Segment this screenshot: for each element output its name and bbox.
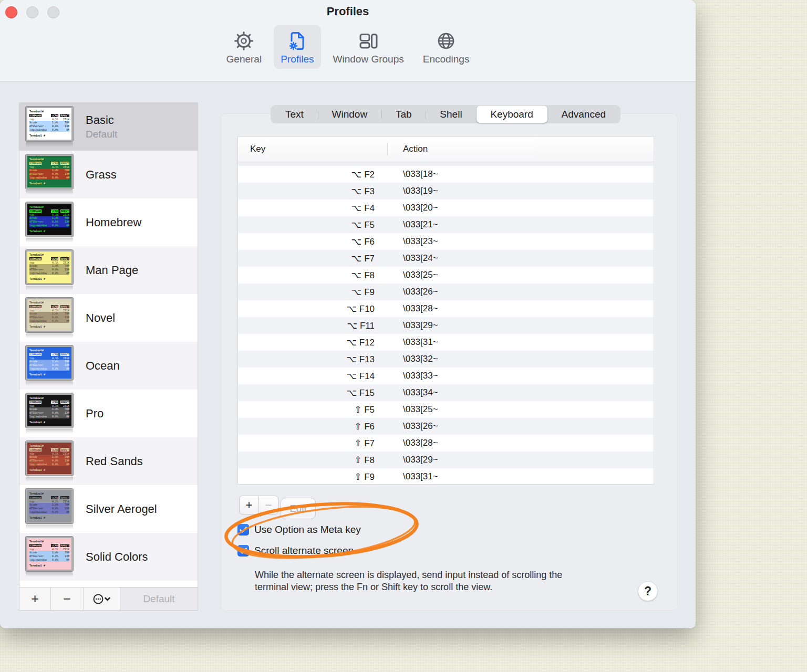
key-cell: ⌥ F6 <box>238 236 387 247</box>
profile-name: Novel <box>86 311 115 325</box>
checkbox-checked[interactable] <box>237 545 249 556</box>
thumbnail-reflection <box>26 286 73 290</box>
toolbar-item-window-groups[interactable]: Window Groups <box>326 25 411 69</box>
remove-profile-button[interactable]: − <box>51 587 84 610</box>
use-option-as-meta-checkbox-row[interactable]: Use Option as Meta key <box>237 524 361 536</box>
column-header-action: Action <box>387 144 428 154</box>
document-gear-icon <box>286 29 309 52</box>
key-mapping-row[interactable]: ⌥ F8 \033[25~ <box>238 267 654 284</box>
titlebar-toolbar: Profiles General <box>0 0 696 82</box>
thumb-col-command: COMMAND <box>29 496 42 499</box>
add-key-button[interactable]: + <box>239 496 259 514</box>
action-cell: \033[26~ <box>387 287 438 297</box>
thumbnail-reflection <box>26 142 73 147</box>
thumb-col-mem: RPRVT <box>60 257 69 260</box>
tab-keyboard[interactable]: Keyboard <box>477 106 547 123</box>
profile-list-item[interactable]: Terminal# COMMAND%CPURPRVT top4.1%231K X… <box>19 103 198 151</box>
thumb-col-command: COMMAND <box>29 257 42 260</box>
thumbnail-reflection <box>26 477 73 481</box>
profile-thumbnail: Terminal# COMMAND%CPURPRVT top4.1%231K X… <box>26 537 78 577</box>
key-mapping-row[interactable]: ⇧ F8 \033[29~ <box>238 452 654 468</box>
key-mapping-row[interactable]: ⌥ F4 \033[20~ <box>238 200 654 216</box>
key-mapping-row[interactable]: ⌥ F2 \033[18~ <box>238 166 654 183</box>
key-mapping-row[interactable]: ⌥ F3 \033[19~ <box>238 183 654 200</box>
default-button[interactable]: Default <box>120 587 198 610</box>
keyboard-shortcut-table: Key Action ⌥ F2 \033[18~ ⌥ F3 \033[19~ ⌥… <box>237 136 654 485</box>
thumb-prompt: Terminal # <box>29 421 69 424</box>
toolbar-item-profiles[interactable]: Profiles <box>274 25 320 69</box>
key-mapping-row[interactable]: ⌥ F10 \033[28~ <box>238 300 654 317</box>
profile-list-item[interactable]: Terminal# COMMAND%CPURPRVT top4.1%231K X… <box>19 437 198 485</box>
key-mapping-row[interactable]: ⇧ F5 \033[25~ <box>238 401 654 418</box>
profiles-sidebar: Terminal# COMMAND%CPURPRVT top4.1%231K X… <box>19 102 198 611</box>
thumb-row: top4.1%231K <box>29 261 69 265</box>
content-area: Terminal# COMMAND%CPURPRVT top4.1%231K X… <box>0 82 696 628</box>
thumb-row: loginwindow0.0%4M <box>29 367 69 371</box>
action-cell: \033[31~ <box>387 471 438 482</box>
tab-advanced[interactable]: Advanced <box>547 106 620 123</box>
key-mapping-row[interactable]: ⌥ F12 \033[31~ <box>238 334 654 351</box>
key-mapping-row[interactable]: ⌥ F9 \033[26~ <box>238 284 654 300</box>
profile-list-item[interactable]: Terminal# COMMAND%CPURPRVT top4.1%231K X… <box>19 294 198 342</box>
column-divider[interactable] <box>387 142 388 156</box>
action-cell: \033[26~ <box>387 421 438 432</box>
toolbar-item-label: Encodings <box>423 54 470 65</box>
key-mapping-row[interactable]: ⌥ F5 \033[21~ <box>238 216 654 233</box>
profile-thumbnail: Terminal# COMMAND%CPURPRVT top4.1%231K X… <box>26 154 78 195</box>
profile-name: Solid Colors <box>86 550 148 564</box>
profile-text: Grass <box>86 168 117 182</box>
key-mapping-row[interactable]: ⇧ F7 \033[28~ <box>238 435 654 452</box>
key-mapping-row[interactable]: ⌥ F7 \033[24~ <box>238 250 654 267</box>
gear-icon <box>232 29 255 52</box>
edit-key-button[interactable]: Edit <box>281 498 316 519</box>
thumb-row: loginwindow0.0%4M <box>29 415 69 418</box>
profile-text: Novel <box>86 311 115 325</box>
remove-key-button[interactable]: − <box>258 496 278 514</box>
key-mapping-row[interactable]: ⌥ F15 \033[34~ <box>238 384 654 401</box>
thumb-row: Xcode1.4%78M <box>29 455 69 459</box>
profile-list-item[interactable]: Terminal# COMMAND%CPURPRVT top4.1%231K X… <box>19 390 198 437</box>
tab-text[interactable]: Text <box>271 106 318 123</box>
thumb-row: top4.1%231K <box>29 548 69 551</box>
action-cell: \033[32~ <box>387 354 438 364</box>
terminal-preview: Terminal# COMMAND%CPURPRVT top4.1%231K X… <box>26 393 73 428</box>
profile-list-item[interactable]: Terminal# COMMAND%CPURPRVT top4.1%231K X… <box>19 198 198 246</box>
profile-thumbnail: Terminal# COMMAND%CPURPRVT top4.1%231K X… <box>26 202 78 243</box>
checkbox-checked[interactable] <box>237 524 249 536</box>
key-mapping-row[interactable]: ⇧ F9 \033[31~ <box>238 468 654 485</box>
thumb-row: ATSServer0.0%13M <box>29 124 69 128</box>
profile-list-item[interactable]: Terminal# COMMAND%CPURPRVT top4.1%231K X… <box>19 151 198 198</box>
thumb-row: top4.1%231K <box>29 356 69 360</box>
tab-shell[interactable]: Shell <box>426 106 476 123</box>
profile-name: Homebrew <box>86 216 141 229</box>
thumb-prompt: Terminal # <box>29 468 69 472</box>
tab-tab[interactable]: Tab <box>381 106 426 123</box>
profile-list-item[interactable]: Terminal# COMMAND%CPURPRVT top4.1%231K X… <box>19 246 198 294</box>
profile-action-menu-button[interactable] <box>84 587 120 610</box>
profile-list-item[interactable]: Terminal# COMMAND%CPURPRVT top4.1%231K X… <box>19 342 198 390</box>
window-title: Profiles <box>0 5 696 18</box>
profile-list-item[interactable]: Terminal# COMMAND%CPURPRVT top4.1%231K X… <box>19 533 198 581</box>
key-mapping-row[interactable]: ⌥ F6 \033[23~ <box>238 233 654 250</box>
thumb-row: ATSServer0.0%13M <box>29 554 69 558</box>
key-cell: ⌥ F5 <box>238 219 387 230</box>
tab-window[interactable]: Window <box>318 106 381 123</box>
scroll-alternate-screen-checkbox-row[interactable]: Scroll alternate screen <box>237 545 354 556</box>
thumb-title: Terminal# <box>29 492 69 496</box>
help-button[interactable]: ? <box>638 581 658 601</box>
thumb-row: Xcode1.4%78M <box>29 169 69 172</box>
profile-list-item[interactable]: Terminal# COMMAND%CPURPRVT top4.1%231K X… <box>19 485 198 533</box>
key-mapping-row[interactable]: ⌥ F11 \033[29~ <box>238 317 654 334</box>
action-cell: \033[18~ <box>387 169 438 180</box>
key-mapping-row[interactable]: ⌥ F13 \033[32~ <box>238 351 654 368</box>
toolbar-item-general[interactable]: General <box>220 25 269 69</box>
thumb-col-mem: RPRVT <box>60 162 69 165</box>
key-mapping-row[interactable]: ⌥ F14 \033[33~ <box>238 368 654 384</box>
thumb-title: Terminal# <box>29 540 69 543</box>
toolbar-item-encodings[interactable]: Encodings <box>416 25 477 69</box>
thumb-col-cpu: %CPU <box>51 496 58 499</box>
thumb-prompt: Terminal # <box>29 325 69 329</box>
key-mapping-row[interactable]: ⇧ F6 \033[26~ <box>238 418 654 435</box>
add-profile-button[interactable]: + <box>19 587 51 610</box>
thumb-col-cpu: %CPU <box>51 448 58 452</box>
